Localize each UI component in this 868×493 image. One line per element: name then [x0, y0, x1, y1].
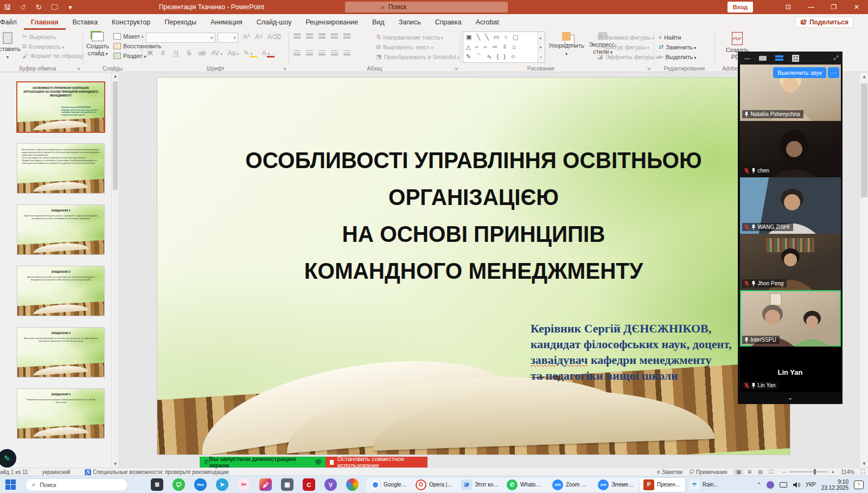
increase-indent-icon[interactable] [331, 34, 338, 40]
section-button[interactable]: Раздел [113, 53, 146, 59]
scrollbar-thumb[interactable] [113, 81, 118, 190]
character-spacing-button[interactable]: AV [211, 49, 222, 57]
security-shield-icon[interactable] [315, 459, 321, 465]
justify-icon[interactable] [331, 50, 338, 56]
align-center-icon[interactable] [306, 50, 313, 56]
close-icon[interactable]: ✕ [845, 0, 868, 14]
scroll-down-icon[interactable]: ▼ [860, 461, 868, 466]
scroll-down-icon[interactable]: ▼ [112, 460, 119, 468]
numbering-icon[interactable] [306, 34, 313, 40]
slide-author-block[interactable]: Керівник Сергій ДЄНЄЖНІКОВ, кандидат філ… [531, 321, 732, 383]
drawing-dialog-launcher-icon[interactable]: ⇲ [647, 66, 650, 71]
shapes-gallery[interactable]: ▣ ╲ ╲ ▭ ○ ▢ △ ⌐ ⌐ ⇨ ⇩ ⌂ ✎ ⌒ ∿ { } ☆ ▲▼≡ [463, 31, 545, 63]
select-button[interactable]: ▻Выделить [659, 53, 696, 60]
tab-transitions[interactable]: Переходы [157, 15, 203, 30]
red-c-app-icon[interactable]: C [303, 478, 315, 491]
ribbon-display-options-icon[interactable]: ⊡ [777, 0, 800, 14]
app-google-chrome[interactable]: Google Ka... [366, 478, 412, 492]
align-left-icon[interactable] [293, 50, 301, 56]
shrink-font-button[interactable]: А˅ [255, 33, 263, 41]
underline-button[interactable]: Ч [172, 49, 180, 57]
reading-view-icon[interactable]: ▤ [755, 469, 765, 475]
tab-insert[interactable]: Вставка [66, 15, 105, 30]
shape-effects-button[interactable]: ◪Эффекты фигуры [597, 53, 658, 60]
comments-button[interactable]: 🗩 Примечания [689, 469, 727, 475]
zoom-expand-icon[interactable]: ⤢ [833, 54, 838, 61]
strikethrough-button[interactable]: S [185, 49, 193, 57]
font-size-combo[interactable]: ▾ [218, 33, 238, 43]
calculator-icon[interactable]: ▦ [281, 478, 293, 491]
normal-view-icon[interactable]: ▦ [733, 469, 743, 475]
tab-review[interactable]: Рецензирование [298, 15, 365, 30]
network-display-icon[interactable] [780, 482, 787, 488]
format-painter-button[interactable]: 🖌Формат по образцу [22, 53, 84, 59]
zoom-in-icon[interactable]: + [831, 469, 834, 475]
imo-icon[interactable]: imo [194, 478, 207, 491]
viber-icon[interactable]: V [324, 478, 337, 491]
telegram-icon[interactable]: ➤ [216, 478, 228, 491]
thumbnail-scrollbar[interactable]: ▲ ▼ [111, 73, 118, 468]
zoom-out-icon[interactable]: − [782, 469, 786, 475]
undo-icon[interactable]: ↺ [19, 3, 27, 11]
shape-fill-button[interactable]: ◰Заливка фигуры [597, 34, 654, 41]
speaker-icon[interactable] [793, 482, 800, 488]
app-zoom-workplace[interactable]: zm Zoom Wor... [548, 478, 594, 492]
stop-share-button[interactable]: Остановить совместное использование [326, 457, 427, 468]
taskbar-search[interactable]: ⌕ Поиск [25, 478, 128, 491]
decrease-indent-icon[interactable] [318, 34, 326, 40]
snip-icon[interactable]: ✂ [238, 478, 250, 491]
shape-outline-button[interactable]: ▱Контур фигуры [597, 43, 649, 50]
qat-customize-icon[interactable]: ▾ [66, 3, 74, 11]
participant-tile[interactable]: WANG ZISHI [740, 177, 841, 234]
participant-tile-active-speaker[interactable]: InterSSPU [740, 290, 841, 347]
language-status[interactable]: украинский [42, 469, 71, 475]
zoom-panel-scroll-down[interactable]: ⌄ [738, 392, 843, 404]
find-button[interactable]: ⌕Найти [659, 34, 681, 41]
bold-button[interactable]: Ж [146, 49, 154, 57]
participant-tile[interactable]: Выключить звук ··· Nataliia Pshenychna [740, 65, 841, 121]
start-slideshow-icon[interactable]: 🖵 [50, 3, 59, 11]
tab-acrobat[interactable]: Acrobat [469, 15, 506, 30]
align-text-button[interactable]: ⊞Выровнять текст [376, 43, 433, 50]
tab-view[interactable]: Вид [365, 15, 392, 30]
scroll-up-icon[interactable]: ▲ [112, 73, 119, 80]
restore-icon[interactable]: ❐ [822, 0, 845, 14]
thumbnail-slide-6[interactable]: ЗАВДАННЯ 4 Розробити концептуальну модел… [17, 389, 104, 438]
slide-canvas[interactable]: ОСОБЛИВОСТІ УПРАВЛІННЯ ОСВІТНЬОЮ ОРГАНІЗ… [157, 78, 790, 454]
grow-font-button[interactable]: А^ [242, 33, 251, 41]
start-button[interactable] [5, 479, 16, 490]
more-options-button[interactable]: ··· [828, 67, 839, 78]
paint-icon[interactable]: 🖌 [259, 478, 272, 491]
replace-button[interactable]: ⇄Заменить [659, 43, 696, 50]
italic-button[interactable]: К [159, 49, 167, 57]
notification-center-icon[interactable]: 7 [854, 481, 864, 489]
thumbnail-slide-5[interactable]: ЗАВДАННЯ 3 Визначити ключові проблеми та… [17, 328, 104, 377]
smartart-button[interactable]: ⬔Преобразовать в SmartArt [376, 53, 459, 60]
app-powerpoint-active[interactable]: P Презента... [640, 478, 685, 492]
thumbnail-slide-1[interactable]: ОСОБЛИВОСТІ УПРАВЛІННЯ ОСВІТНЬОЮ ОРГАНІЗ… [17, 82, 104, 132]
paste-button[interactable]: Вставить [0, 32, 20, 61]
tray-expand-icon[interactable]: ⌃ [757, 482, 761, 488]
tab-help[interactable]: Справка [428, 15, 469, 30]
search-box[interactable]: ⌕ Поиск [345, 2, 508, 12]
minimize-icon[interactable]: — [800, 0, 822, 14]
shapes-gallery-scroll[interactable]: ▲▼≡ [538, 32, 545, 63]
change-case-button[interactable]: Aa [227, 49, 239, 57]
editor-scrollbar[interactable]: ▲ ▼ [859, 73, 868, 468]
clipboard-dialog-launcher-icon[interactable]: ⇲ [76, 66, 80, 71]
app-opera[interactable]: O Opera | Об... [412, 478, 457, 492]
tab-record[interactable]: Запись [392, 15, 428, 30]
participant-tile[interactable]: chen [740, 121, 841, 177]
text-direction-button[interactable]: ⇅Направление текста [376, 34, 443, 41]
app-whatsapp[interactable]: ✆ WhatsApp [503, 478, 548, 492]
accessibility-status[interactable]: ♿ Специальные возможности: проверьте рек… [85, 469, 229, 475]
redo-icon[interactable]: ↻ [35, 3, 43, 11]
tab-file[interactable]: Файл [0, 15, 24, 30]
line-spacing-icon[interactable] [343, 34, 350, 40]
slide-sorter-view-icon[interactable]: ⊞ [744, 469, 754, 475]
zoom-minimize-icon[interactable]: — [744, 55, 750, 61]
scroll-up-icon[interactable]: ▲ [860, 74, 868, 79]
tab-design[interactable]: Конструктор [105, 15, 157, 30]
font-name-combo[interactable]: ▾ [146, 33, 215, 43]
thumbnail-slide-3[interactable]: ЗАВДАННЯ 1 Здійснити теоретичний аналіз … [17, 205, 104, 254]
